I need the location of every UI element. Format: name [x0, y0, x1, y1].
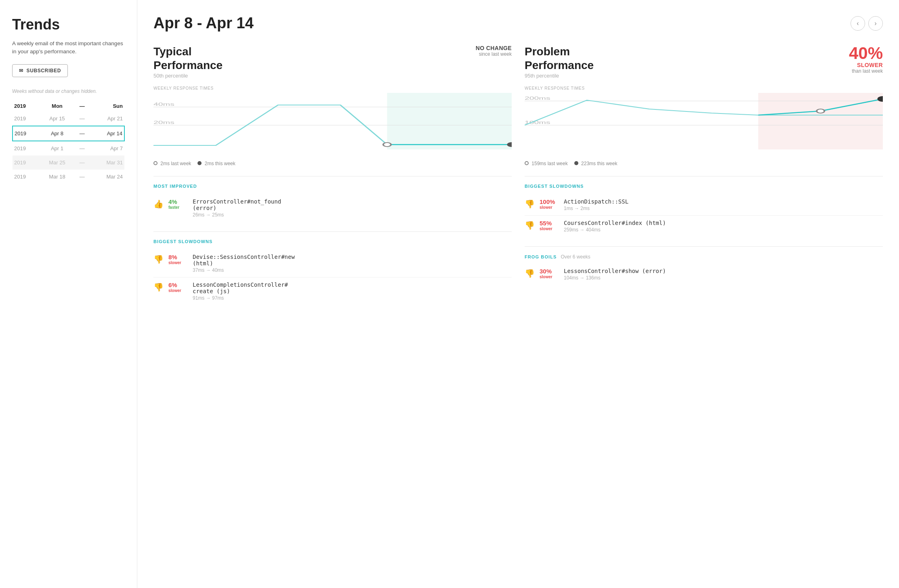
svg-rect-7 — [758, 93, 883, 149]
frog-boils-sub: Over 6 weeks — [561, 254, 590, 260]
perf-pct: 55% — [540, 220, 556, 227]
problem-this-week-dot — [574, 161, 578, 165]
week-dash: — — [75, 111, 90, 126]
svg-text:200ms: 200ms — [525, 96, 550, 101]
perf-pct: 6% — [168, 281, 185, 288]
frog-boils-list: 👎 30% slower LessonsController#show (err… — [525, 264, 883, 285]
perf-pct: 4% — [168, 198, 185, 205]
problem-chart: 200ms 100ms — [525, 93, 883, 158]
week-sun: Apr 14 — [90, 126, 124, 141]
perf-timing: 259ms → 404ms — [564, 227, 666, 233]
typical-chart-label: WEEKLY RESPONSE TIMES — [153, 86, 512, 90]
week-sun: Apr 21 — [90, 111, 124, 126]
panels: TypicalPerformance 50th percentile NO CH… — [153, 45, 883, 305]
divider-frog-boils — [525, 246, 883, 247]
week-year: 2019 — [13, 155, 40, 170]
perf-timing: 104ms → 136ms — [564, 275, 666, 281]
week-row[interactable]: 2019 Apr 1 — Apr 7 — [13, 141, 124, 155]
main-header: Apr 8 - Apr 14 ‹ › — [153, 15, 883, 32]
weeks-hidden-note: Weeks without data or changes hidden. — [12, 88, 125, 94]
typical-chart-legend: 2ms last week 2ms this week — [153, 161, 512, 166]
email-icon: ✉ — [19, 68, 23, 74]
perf-pct-label: slower — [168, 288, 181, 293]
week-dash: — — [75, 170, 90, 184]
problem-change-pct: 40% — [849, 45, 883, 62]
date-range: Apr 8 - Apr 14 — [153, 15, 254, 32]
week-mon: Mar 18 — [40, 170, 74, 184]
perf-item: 👎 55% slower CoursesController#index (ht… — [525, 216, 883, 237]
perf-name: LessonCompletionsController#create (js) — [193, 281, 288, 294]
perf-item: 👎 6% slower LessonCompletionsController#… — [153, 277, 512, 305]
prev-button[interactable]: ‹ — [851, 16, 865, 31]
svg-point-13 — [878, 97, 883, 101]
typical-change-label: NO CHANGE — [476, 45, 512, 51]
typical-slowdowns-title: BIGGEST SLOWDOWNS — [153, 239, 512, 244]
week-mon: Apr 1 — [40, 141, 74, 155]
week-mon: Apr 15 — [40, 111, 74, 126]
frog-boils-title: FROG BOILS — [525, 254, 557, 259]
perf-pct-label: slower — [540, 227, 552, 231]
problem-legend-this: 223ms this week — [581, 161, 617, 166]
svg-point-5 — [383, 143, 391, 147]
divider-problem-slowdowns — [525, 176, 883, 176]
problem-performance-panel: ProblemPerformance 95th percentile 40% S… — [525, 45, 883, 305]
week-dash: — — [75, 126, 90, 141]
perf-pct: 8% — [168, 254, 185, 260]
svg-text:100ms: 100ms — [525, 120, 550, 125]
svg-text:40ms: 40ms — [153, 102, 174, 107]
perf-timing: 1ms → 2ms — [564, 206, 628, 211]
col-dash: — — [75, 101, 90, 111]
typical-change: NO CHANGE since last week — [476, 45, 512, 57]
week-mon: Apr 8 — [40, 126, 74, 141]
perf-pct-label: slower — [540, 275, 552, 279]
perf-icon: 👎 — [525, 269, 535, 278]
problem-panel-subtitle: 95th percentile — [525, 73, 594, 79]
next-button[interactable]: › — [868, 16, 883, 31]
perf-icon: 👎 — [525, 199, 535, 209]
problem-change-label: SLOWER — [849, 62, 883, 68]
svg-point-6 — [508, 143, 512, 147]
frog-boils-header: FROG BOILS Over 6 weeks — [525, 254, 883, 260]
problem-chart-label: WEEKLY RESPONSE TIMES — [525, 86, 883, 90]
perf-name: ErrorsController#not_found(error) — [193, 198, 281, 211]
week-year: 2019 — [13, 111, 40, 126]
perf-item: 👎 8% slower Devise::SessionsController#n… — [153, 250, 512, 277]
divider-slowdowns-typical — [153, 231, 512, 232]
perf-icon: 👎 — [153, 282, 164, 292]
perf-pct-label: slower — [540, 205, 552, 210]
problem-last-week-dot — [525, 161, 529, 165]
typical-legend-this: 2ms this week — [205, 161, 235, 166]
typical-panel-header: TypicalPerformance 50th percentile NO CH… — [153, 45, 512, 79]
perf-item: 👎 30% slower LessonsController#show (err… — [525, 264, 883, 285]
svg-rect-0 — [387, 93, 512, 149]
week-row[interactable]: 2019 Apr 8 — Apr 14 — [13, 126, 124, 141]
perf-icon: 👎 — [153, 254, 164, 264]
last-week-dot — [153, 161, 158, 165]
week-year: 2019 — [13, 170, 40, 184]
week-mon: Mar 25 — [40, 155, 74, 170]
week-row[interactable]: 2019 Apr 15 — Apr 21 — [13, 111, 124, 126]
week-year: 2019 — [13, 141, 40, 155]
col-mon: Mon — [40, 101, 74, 111]
typical-legend-last: 2ms last week — [160, 161, 191, 166]
subscribe-label: SUBSCRIBED — [27, 68, 61, 74]
perf-pct-label: faster — [168, 205, 179, 210]
perf-name: LessonsController#show (error) — [564, 268, 666, 274]
perf-timing: 37ms → 40ms — [193, 267, 295, 273]
week-dash: — — [75, 141, 90, 155]
problem-panel-title: ProblemPerformance — [525, 45, 594, 72]
col-sun: Sun — [90, 101, 124, 111]
problem-change-sub: than last week — [849, 68, 883, 74]
this-week-dot — [197, 161, 202, 165]
perf-item: 👎 100% slower ActionDispatch::SSL 1ms → … — [525, 194, 883, 216]
typical-improved-list: 👍 4% faster ErrorsController#not_found(e… — [153, 194, 512, 222]
divider-improved — [153, 176, 512, 176]
problem-legend-last: 159ms last week — [531, 161, 567, 166]
week-sun: Apr 7 — [90, 141, 124, 155]
week-row[interactable]: 2019 Mar 18 — Mar 24 — [13, 170, 124, 184]
subscribe-button[interactable]: ✉ SUBSCRIBED — [12, 64, 68, 77]
problem-chart-legend: 159ms last week 223ms this week — [525, 161, 883, 166]
sidebar-description: A weekly email of the most important cha… — [12, 40, 125, 56]
perf-pct: 30% — [540, 268, 556, 275]
week-row[interactable]: 2019 Mar 25 — Mar 31 — [13, 155, 124, 170]
